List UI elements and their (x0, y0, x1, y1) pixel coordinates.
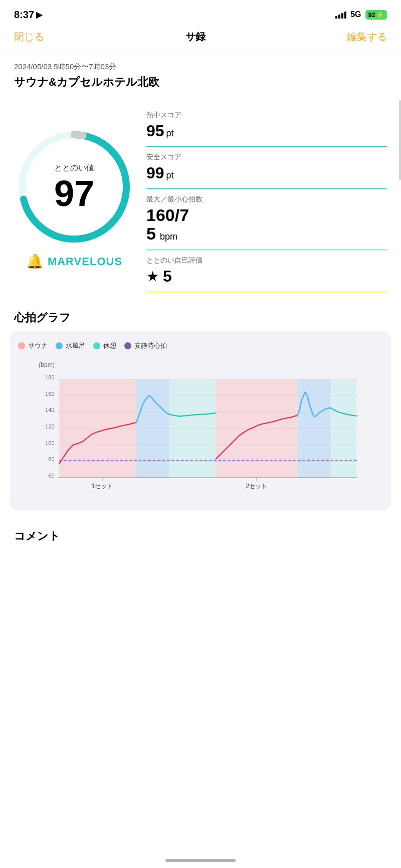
score-item-netchuu: 熱中スコア 95 pt (146, 105, 387, 147)
record-datetime: 2024/05/03 5時50分〜7時03分 (14, 62, 387, 72)
graph-svg: (bpm) 180 160 140 120 100 80 60 (18, 358, 383, 499)
battery-badge: 92 ⚡ (365, 10, 387, 20)
netchuu-number: 95 (146, 122, 164, 140)
netchuu-label: 熱中スコア (146, 111, 387, 120)
svg-rect-21 (216, 379, 298, 478)
legend-water-label: 水風呂 (66, 341, 85, 350)
legend-dot-rest (93, 342, 100, 349)
jiko-value: ★ 5 (146, 267, 387, 286)
svg-text:1セット: 1セット (92, 483, 113, 490)
star-value: 5 (163, 267, 172, 286)
scroll-indicator (399, 100, 401, 180)
heartrate-row2: 5 bpm (146, 225, 387, 243)
signal-5g: 5G (350, 10, 361, 19)
netchuu-value: 95 pt (146, 122, 387, 140)
legend-sauna: サウナ (18, 341, 48, 350)
legend-water: 水風呂 (56, 341, 85, 350)
record-place: サウナ&カプセルホテル北欧 (14, 75, 387, 90)
svg-text:140: 140 (45, 407, 55, 413)
svg-text:100: 100 (45, 440, 55, 446)
legend-dot-resting-hr (124, 342, 131, 349)
edit-button[interactable]: 編集する (347, 30, 387, 44)
legend-rest: 休憩 (93, 341, 116, 350)
circle-value: 97 (54, 175, 94, 211)
battery-level: 92 (368, 11, 375, 19)
svg-text:(bpm): (bpm) (39, 361, 55, 368)
star-icon: ★ (146, 268, 159, 285)
status-time: 8:37 ▶ (14, 9, 42, 21)
graph-section-title: 心拍グラフ (0, 302, 401, 331)
netchuu-unit: pt (166, 128, 174, 139)
marvelous-icon: 🔔 (26, 253, 44, 270)
comment-section: コメント (0, 521, 401, 570)
graph-legend: サウナ 水風呂 休憩 安静時心拍 (18, 341, 383, 350)
legend-rest-label: 休憩 (103, 341, 116, 350)
svg-text:120: 120 (45, 423, 55, 429)
legend-dot-water (56, 342, 63, 349)
anzen-value: 99 pt (146, 164, 387, 182)
score-item-jiko: ととのい自己評価 ★ 5 (146, 250, 387, 292)
home-indicator (165, 859, 236, 862)
circle-gauge: ととのい値 97 (14, 127, 134, 247)
score-item-heartrate: 最大／最小心拍数 160/7 5 bpm (146, 189, 387, 250)
heart-rate-graph: サウナ 水風呂 休憩 安静時心拍 (bpm) 180 160 140 120 1… (10, 331, 391, 511)
legend-dot-sauna (18, 342, 25, 349)
svg-text:2セット: 2セット (246, 483, 268, 490)
svg-text:80: 80 (48, 456, 54, 462)
close-button[interactable]: 閉じる (14, 30, 44, 44)
record-header: 2024/05/03 5時50分〜7時03分 サウナ&カプセルホテル北欧 (0, 52, 401, 95)
time-display: 8:37 (14, 9, 34, 21)
graph-area: (bpm) 180 160 140 120 100 80 60 (18, 358, 383, 501)
anzen-unit: pt (166, 170, 174, 181)
signal-bars (335, 11, 346, 19)
svg-rect-18 (59, 379, 136, 478)
svg-rect-19 (136, 379, 169, 478)
score-details: 熱中スコア 95 pt 安全スコア 99 pt 最大／最小心拍数 160/7 5… (146, 105, 387, 292)
svg-rect-20 (169, 379, 216, 478)
marvelous-badge: 🔔 MARVELOUS (26, 253, 122, 270)
heartrate-value: 160/7 5 bpm (146, 206, 387, 244)
heartrate-label: 最大／最小心拍数 (146, 195, 387, 204)
legend-sauna-label: サウナ (28, 341, 48, 350)
anzen-number: 99 (146, 164, 164, 182)
heartrate-number2: 5 (146, 225, 156, 243)
circle-label: ととのい値 (54, 163, 94, 173)
legend-resting-hr-label: 安静時心拍 (134, 341, 167, 350)
comment-title: コメント (14, 529, 387, 544)
svg-rect-23 (330, 379, 356, 478)
status-right: 5G 92 ⚡ (335, 10, 387, 20)
svg-text:160: 160 (45, 390, 55, 396)
jiko-label: ととのい自己評価 (146, 256, 387, 265)
nav-title: サ録 (185, 30, 206, 44)
location-icon: ▶ (36, 10, 42, 20)
status-bar: 8:37 ▶ 5G 92 ⚡ (0, 0, 401, 26)
marvelous-text: MARVELOUS (48, 255, 122, 268)
heartrate-unit: bpm (160, 232, 177, 242)
heartrate-number1: 160/7 (146, 206, 387, 225)
svg-rect-22 (298, 379, 330, 478)
anzen-label: 安全スコア (146, 153, 387, 162)
legend-resting-hr: 安静時心拍 (124, 341, 167, 350)
score-section: ととのい値 97 🔔 MARVELOUS 熱中スコア 95 pt 安全スコア 9… (0, 95, 401, 302)
svg-text:60: 60 (48, 473, 54, 479)
svg-text:180: 180 (45, 374, 55, 380)
circle-inner: ととのい値 97 (54, 163, 94, 211)
battery-icon: ⚡ (376, 11, 384, 19)
score-item-anzen: 安全スコア 99 pt (146, 147, 387, 189)
nav-bar: 閉じる サ録 編集する (0, 26, 401, 52)
